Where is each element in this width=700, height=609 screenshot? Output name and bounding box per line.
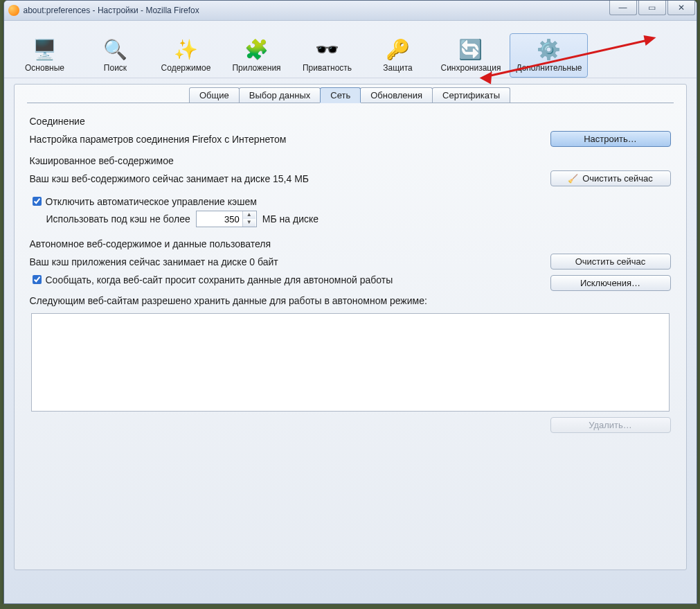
offline-exceptions-button[interactable]: Исключения… [550,275,671,291]
monitor-icon: 🖥️ [33,37,57,62]
security-icon: 🔑 [386,37,411,62]
cache-limit-suffix: МБ на диске [262,213,318,224]
subtab-general[interactable]: Общие [189,87,240,103]
cache-status: Ваш кэш веб-содержимого сейчас занимает … [30,173,309,184]
content-icon: ✨ [174,37,199,62]
subtab-data-choices[interactable]: Выбор данных [239,87,321,103]
toolbar-item-security[interactable]: 🔑 Защита [364,33,432,78]
section-connection-title: Соединение [30,116,671,127]
spinner-down-icon[interactable]: ▼ [243,219,255,227]
subtab-updates[interactable]: Обновления [360,87,433,103]
privacy-icon: 🕶️ [315,37,340,62]
content-panel: Общие Выбор данных Сеть Обновления Серти… [14,84,687,570]
maximize-button[interactable]: ▭ [638,1,666,15]
window-title: about:preferences - Настройки - Mozilla … [24,6,199,15]
toolbar-label: Синхронизация [441,63,501,73]
toolbar-label: Основные [17,63,73,73]
section-cache-title: Кэшированное веб-содержимое [30,155,671,166]
toolbar-label: Защита [370,63,426,73]
offline-status: Ваш кэш приложения сейчас занимает на ди… [30,256,278,267]
toolbar-label: Содержимое [159,63,214,73]
titlebar: about:preferences - Настройки - Mozilla … [4,1,697,21]
cache-override-label: Отключить автоматическое управление кэше… [46,196,257,207]
main-toolbar: 🖥️ Основные 🔍 Поиск ✨ Содержимое 🧩 Прило… [4,21,697,78]
toolbar-item-advanced[interactable]: ⚙️ Дополнительные [510,33,588,78]
app-window: about:preferences - Настройки - Mozilla … [3,0,697,604]
offline-notify-label: Сообщать, когда веб-сайт просит сохранит… [46,274,393,285]
toolbar-item-content[interactable]: ✨ Содержимое [152,33,220,78]
offline-clear-button[interactable]: Очистить сейчас [550,254,671,270]
toolbar-label: Дополнительные [516,63,582,73]
window-controls: — ▭ ✕ [609,1,695,15]
offline-notify-checkbox[interactable] [33,275,42,284]
search-icon: 🔍 [103,37,128,62]
toolbar-item-privacy[interactable]: 🕶️ Приватность [294,33,361,78]
minimize-button[interactable]: — [609,1,637,15]
gear-icon: ⚙️ [537,37,562,62]
spinner-up-icon[interactable]: ▲ [243,211,255,219]
close-button[interactable]: ✕ [667,1,695,15]
cache-clear-button[interactable]: Очистить сейчас [550,170,671,186]
cache-override-checkbox[interactable] [33,197,42,206]
firefox-icon [8,5,19,16]
toolbar-item-sync[interactable]: 🔄 Синхронизация [435,33,508,78]
cache-limit-prefix: Использовать под кэш не более [46,213,190,224]
panel-network: Соединение Настройка параметров соединен… [15,103,686,441]
toolbar-label: Приватность [300,63,355,73]
offline-list-label: Следующим веб-сайтам разрешено хранить д… [30,295,671,306]
section-offline-title: Автономное веб-содержимое и данные польз… [30,238,671,249]
cache-limit-input[interactable] [197,213,242,225]
subtab-network[interactable]: Сеть [320,87,361,103]
offline-site-list[interactable] [31,313,670,412]
offline-remove-button: Удалить… [550,417,671,433]
toolbar-item-general[interactable]: 🖥️ Основные [11,33,79,78]
toolbar-item-applications[interactable]: 🧩 Приложения [223,33,291,78]
subtab-bar: Общие Выбор данных Сеть Обновления Серти… [15,83,686,103]
connection-settings-button[interactable]: Настроить… [550,131,671,147]
subtab-certificates[interactable]: Сертификаты [432,87,510,103]
cache-limit-spinner[interactable]: ▲ ▼ [196,211,257,227]
connection-desc: Настройка параметров соединения Firefox … [30,134,287,145]
toolbar-label: Поиск [88,63,143,73]
sync-icon: 🔄 [458,37,483,62]
toolbar-label: Приложения [229,63,285,73]
toolbar-item-search[interactable]: 🔍 Поиск [82,33,150,78]
apps-icon: 🧩 [244,37,269,62]
